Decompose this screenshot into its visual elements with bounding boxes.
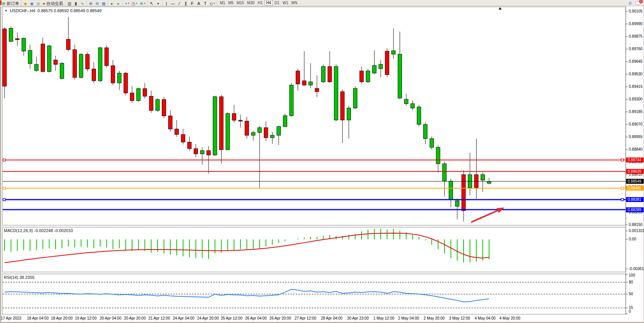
candle-body <box>271 135 274 138</box>
candle-body <box>194 149 198 154</box>
candle-body <box>373 65 376 73</box>
candle-body <box>111 66 115 83</box>
candle-body <box>226 113 230 150</box>
candle-body <box>334 67 338 120</box>
rsi-level-label: 80 <box>629 280 633 284</box>
candle-body <box>436 147 440 164</box>
price-tick-label: 0.88955 <box>629 135 642 139</box>
candle-body <box>296 71 300 84</box>
resistance-line-1-handle[interactable] <box>3 159 5 161</box>
time-axis-label[interactable]: 24 Apr 04:00 <box>173 316 194 320</box>
candle-body <box>35 64 38 70</box>
candle-body <box>309 82 312 85</box>
candle-body <box>360 71 363 82</box>
time-axis-label[interactable]: 3 May 12:00 <box>449 316 470 320</box>
time-axis-label[interactable]: 17 Apr 2023 <box>1 316 21 320</box>
time-axis-label[interactable]: 26 Apr 20:00 <box>269 316 291 320</box>
chart-canvas[interactable] <box>0 0 644 323</box>
support-line-blue-1-handle[interactable] <box>621 199 623 201</box>
candle-body <box>379 64 383 68</box>
price-tick-label: 0.88150 <box>629 223 642 227</box>
support-line-blue-1-price-tag: 0.88381 <box>626 197 644 202</box>
support-line-blue-1-handle[interactable] <box>3 199 5 201</box>
candle-body <box>143 89 147 96</box>
price-tick-label: 0.89990 <box>629 22 642 26</box>
candle-body <box>124 73 128 93</box>
candle-body <box>130 93 134 100</box>
macd-axis-label: 0.00 <box>629 237 636 241</box>
time-axis-label[interactable]: 20 Apr 20:00 <box>124 316 146 320</box>
candle-body <box>54 60 57 64</box>
price-tick-label: 0.89415 <box>629 84 642 89</box>
time-axis-label[interactable]: 26 Apr 04:00 <box>245 316 267 320</box>
candle-body <box>118 73 121 83</box>
candle-body <box>67 39 70 49</box>
time-axis-label[interactable]: 19 Apr 12:00 <box>75 316 97 320</box>
chart-title-toggle[interactable]: ▼ <box>5 9 8 13</box>
time-axis-label[interactable]: 18 Apr 04:00 <box>27 316 49 320</box>
time-axis-label[interactable]: 4 May 04:00 <box>475 316 496 320</box>
candle-body <box>169 116 172 129</box>
candle-body <box>328 67 332 82</box>
candle-body <box>220 97 223 150</box>
candle-body <box>213 97 217 155</box>
candle-body <box>86 54 89 69</box>
macd-pane <box>2 227 626 272</box>
price-tick-label: 0.89645 <box>629 59 642 64</box>
support-line-blue-2-price-tag: 0.88289 <box>626 207 644 212</box>
time-axis-label[interactable]: 2 May 20:00 <box>424 316 445 320</box>
time-axis-label[interactable]: 30 Apr 23:00 <box>347 316 369 320</box>
time-axis-label[interactable]: 21 Apr 12:00 <box>148 316 170 320</box>
candle-body <box>353 88 357 108</box>
candle-body <box>366 71 370 82</box>
rsi-level-label: 50 <box>629 292 633 296</box>
resistance-line-1-price-tag: 0.88744 <box>626 158 644 162</box>
candle-body <box>200 151 204 154</box>
candle-body <box>41 44 45 72</box>
chart-title: ▼ USDCHF-,H4 0.88575 0.88592 0.88549 0.8… <box>5 8 102 13</box>
candle-body <box>22 38 26 51</box>
time-axis-label[interactable]: 18 Apr 20:00 <box>51 316 73 320</box>
candle-body <box>60 63 64 78</box>
candle-body <box>73 49 77 77</box>
resistance-line-1-handle[interactable] <box>621 159 623 161</box>
time-axis-label[interactable]: 25 Apr 12:00 <box>221 316 242 320</box>
candle-body <box>443 164 446 181</box>
time-axis-label[interactable]: 28 Apr 04:00 <box>321 316 343 320</box>
candle-body <box>175 129 179 134</box>
candle-body <box>302 81 306 85</box>
candle-body <box>347 108 351 120</box>
candle-body <box>245 121 249 135</box>
candle-body <box>411 103 414 108</box>
time-axis-label[interactable]: 2 May 04:00 <box>398 316 419 320</box>
candle-body <box>404 99 408 103</box>
time-axis-label[interactable]: 4 May 20:00 <box>499 316 520 320</box>
candle-body <box>398 54 402 98</box>
candle-body <box>462 175 465 211</box>
time-axis-label[interactable]: 27 Apr 12:00 <box>295 316 316 320</box>
candle-body <box>162 100 166 116</box>
candle-body <box>487 181 491 183</box>
time-axis-label[interactable]: 24 Apr 20:00 <box>197 316 219 320</box>
candle-body <box>79 54 83 78</box>
price-tick-label: 0.89070 <box>629 122 642 126</box>
macd-indicator-label: MACD(12,26,9) -0.002248 -0.002010 <box>4 228 73 233</box>
support-line-orange-handle[interactable] <box>3 187 5 189</box>
candle-body <box>47 46 51 72</box>
ohlc-values: 0.88575 0.88592 0.88549 0.88549 <box>38 8 102 13</box>
candle-body <box>232 113 236 120</box>
rsi-indicator-label: RSI(14) 38.2355 <box>4 275 35 280</box>
support-line-orange-handle[interactable] <box>621 187 623 189</box>
candle-body <box>290 85 293 116</box>
candle-body <box>417 107 421 124</box>
candle-body <box>137 89 140 101</box>
rsi-level-label: 100 <box>629 273 635 277</box>
mt4-application: ⊞新订单◆◉◎●自动交易▥▮∿⊕⊖▦▸▸+▾◷▾≋▾↖+|—∕∥FAT◇▾ M1… <box>0 0 644 323</box>
macd-axis-label: 0.001331 <box>629 229 644 233</box>
main-pane <box>2 7 626 225</box>
candle-body <box>264 128 268 138</box>
time-axis-label[interactable]: 20 Apr 04:00 <box>100 316 121 320</box>
candle-body <box>3 29 6 86</box>
time-axis-label[interactable]: 1 May 12:00 <box>373 316 394 320</box>
current-price-line-price-tag: 0.88549 <box>626 179 644 184</box>
